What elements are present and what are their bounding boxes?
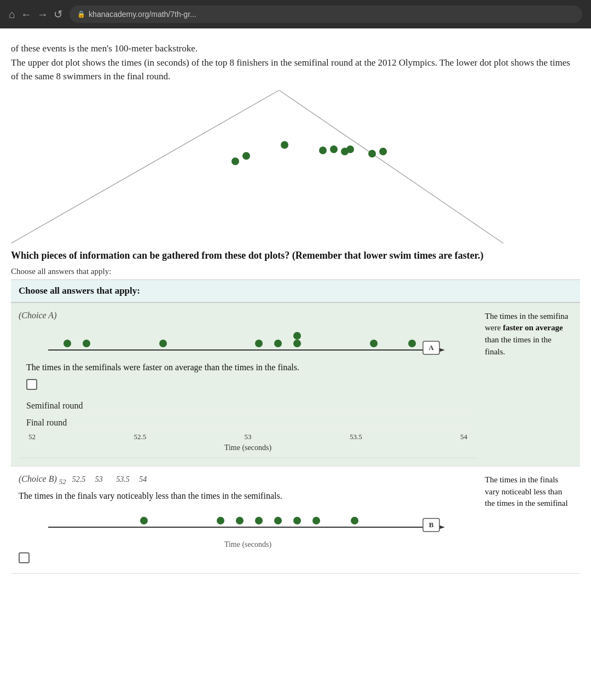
choice-a-container: (Choice A) — [11, 303, 580, 466]
intro-text: of these events is the men's 100-meter b… — [11, 42, 580, 84]
svg-point-19 — [293, 332, 301, 340]
svg-point-8 — [346, 145, 354, 153]
svg-point-18 — [293, 340, 301, 347]
choice-a-right-text: The times in the semifina were faster on… — [485, 311, 572, 358]
svg-point-5 — [319, 147, 327, 154]
choose-all-header: Choose all answers that apply: — [11, 280, 580, 303]
final-dot-svg: B — [19, 506, 477, 534]
axis-label-53-5: 53.5 — [350, 433, 362, 441]
svg-point-29 — [255, 517, 263, 524]
choice-b-left: (Choice B) 52 52.5 53 53.5 54 The times … — [19, 474, 477, 565]
svg-point-32 — [312, 517, 320, 524]
choice-b-text: The times in the finals vary noticeably … — [19, 489, 477, 502]
choice-b-label-row: (Choice B) 52 52.5 53 53.5 54 — [19, 474, 477, 486]
svg-point-10 — [379, 148, 387, 155]
axis-time-label: Time (seconds) — [19, 540, 477, 549]
semifinal-label: Semifinal round Final round — [26, 398, 470, 431]
svg-point-31 — [293, 517, 301, 524]
choice-a-text: The times in the semifinals were faster … — [26, 361, 470, 374]
semifinal-plot-row: A — [26, 329, 470, 357]
svg-point-20 — [370, 340, 378, 347]
svg-point-33 — [351, 517, 358, 524]
forward-button[interactable]: → — [37, 8, 48, 21]
choice-b-right-text: The times in the finals vary noticeabl l… — [485, 474, 572, 510]
browser-bar: ⌂ ← → ↺ 🔒 khanacademy.org/math/7th-gr... — [0, 0, 591, 28]
svg-point-2 — [231, 158, 239, 165]
back-button[interactable]: ← — [21, 8, 32, 21]
axis-label-52: 52 — [28, 433, 36, 441]
intro-line1: of these events is the men's 100-meter b… — [11, 43, 198, 54]
choice-b-container: (Choice B) 52 52.5 53 53.5 54 The times … — [11, 466, 580, 574]
svg-point-9 — [368, 150, 376, 158]
svg-point-14 — [83, 340, 90, 347]
axis-title: Time (seconds) — [26, 444, 470, 452]
axis-label-53: 53 — [245, 433, 252, 441]
svg-point-16 — [255, 340, 263, 347]
dot-plot-area: A The times in the semifinals were faste… — [19, 324, 477, 458]
axis-label-52-5: 52.5 — [134, 433, 146, 441]
svg-point-30 — [274, 517, 282, 524]
question-text: Which pieces of information can be gathe… — [11, 249, 580, 262]
choice-b-dotplot: B — [19, 506, 477, 536]
svg-point-7 — [341, 148, 349, 155]
address-bar[interactable]: 🔒 khanacademy.org/math/7th-gr... — [69, 5, 582, 23]
choice-a-right-content: The times in the semifina were faster on… — [485, 311, 572, 358]
svg-point-13 — [63, 340, 71, 347]
home-button[interactable]: ⌂ — [9, 8, 15, 21]
question-section: Which pieces of information can be gathe… — [11, 249, 580, 303]
svg-point-17 — [274, 340, 282, 347]
intro-line2: The upper dot plot shows the times (in s… — [11, 57, 570, 82]
dot-plot-visualization — [11, 90, 580, 243]
reload-button[interactable]: ↺ — [54, 8, 63, 21]
url-text: khanacademy.org/math/7th-gr... — [89, 10, 196, 19]
svg-point-28 — [236, 517, 244, 524]
choice-a-label: (Choice A) — [19, 311, 56, 320]
number-line-labels: 52 52.5 53 53.5 54 — [26, 433, 470, 441]
svg-point-3 — [242, 152, 250, 160]
svg-point-6 — [330, 145, 338, 153]
svg-line-1 — [279, 90, 503, 243]
choose-hint: Choose all answers that apply: — [11, 267, 580, 280]
svg-text:A: A — [428, 343, 434, 352]
browser-nav: ⌂ ← → ↺ — [9, 8, 63, 21]
choice-a-checkbox[interactable] — [26, 379, 37, 390]
svg-point-26 — [140, 517, 148, 524]
axis-label-54: 54 — [460, 433, 467, 441]
content-area: of these events is the men's 100-meter b… — [0, 28, 591, 700]
svg-point-4 — [281, 141, 288, 149]
svg-point-15 — [159, 340, 167, 347]
choice-b-right-content: The times in the finals vary noticeabl l… — [485, 474, 572, 510]
choice-b-checkbox[interactable] — [19, 552, 30, 563]
lock-icon: 🔒 — [77, 10, 85, 18]
choice-b-label: (Choice B) 52 52.5 53 53.5 54 — [19, 474, 147, 486]
svg-point-21 — [408, 340, 416, 347]
svg-line-0 — [11, 90, 279, 243]
semifinal-dot-svg: A — [26, 329, 470, 357]
background-triangle-svg — [11, 90, 580, 243]
choice-a-left: (Choice A) — [19, 311, 477, 458]
svg-text:B: B — [429, 521, 434, 529]
svg-point-27 — [217, 517, 224, 524]
semifinal-dots-row: A — [26, 329, 470, 357]
choice-a-label-row: (Choice A) — [19, 311, 477, 320]
